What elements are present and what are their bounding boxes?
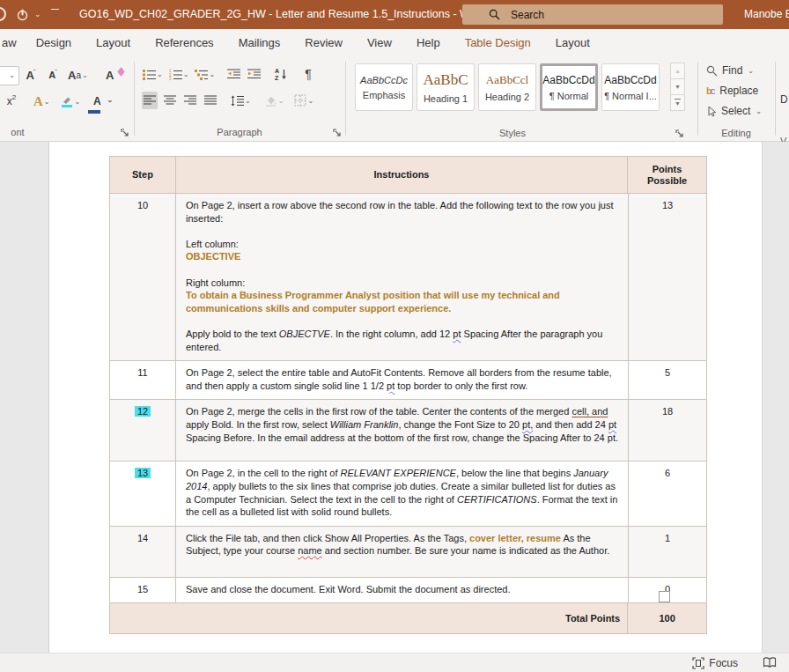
sort-button[interactable]: A Z	[273, 65, 289, 83]
superscript-button[interactable]: x2	[4, 92, 19, 110]
style-card--normal[interactable]: AaBbCcDd¶ Normal	[540, 63, 598, 111]
instruction-paragraph: To obtain a Business Programmer Analyst …	[186, 289, 618, 314]
quick-access-toolbar-customize-button[interactable]: ⌄	[49, 7, 60, 17]
focus-mode-button[interactable]: Focus	[692, 655, 738, 671]
instruction-paragraph: Click the File tab, and then click Show …	[186, 532, 618, 558]
bullets-button[interactable]: ⌄	[142, 65, 164, 83]
grow-font-button[interactable]: Aˆ	[23, 66, 39, 84]
gallery-scroll-down-button[interactable]: ▼	[670, 78, 685, 95]
ribbon-tab-table-design[interactable]: Table Design	[453, 29, 543, 56]
find-button[interactable]: Find⌄	[706, 64, 754, 77]
table-total-row: Total Points 100	[110, 603, 707, 634]
show-hide-formatting-button[interactable]: ¶	[300, 65, 316, 83]
multilevel-list-button[interactable]: ⌄	[194, 65, 216, 83]
gallery-more-button[interactable]: ▼	[670, 94, 685, 111]
touch-mode-button[interactable]	[12, 5, 32, 24]
numbered-list-icon: 1 2 3	[169, 69, 182, 80]
justify-button[interactable]	[203, 92, 218, 109]
borders-grid-icon	[294, 94, 306, 107]
styles-dialog-launcher[interactable]	[675, 129, 684, 138]
shading-button[interactable]: ⌄	[263, 92, 285, 109]
read-mode-button[interactable]	[763, 656, 777, 672]
style-label: Heading 2	[485, 92, 529, 102]
total-points-label: Total Points	[110, 603, 628, 634]
style-sample: AaBbCcDc	[360, 75, 408, 85]
clear-formatting-button[interactable]: A	[102, 66, 118, 84]
increase-indent-button[interactable]	[246, 65, 262, 83]
instructions-cell: On Page 2, in the cell to the right of R…	[176, 462, 629, 526]
step-number: 14	[137, 533, 148, 543]
ribbon-tab-help[interactable]: Help	[404, 29, 453, 56]
style-card-heading-1[interactable]: AaBbCHeading 1	[417, 63, 475, 111]
touch-mode-chevron-icon[interactable]: ⌄	[34, 10, 41, 18]
step-number: 15	[137, 584, 148, 594]
instruction-paragraph	[186, 225, 618, 238]
find-label: Find	[722, 64, 742, 77]
replace-button[interactable]: bc Replace	[706, 85, 758, 97]
styles-gallery-scroll: ▲ ▼ ▼	[670, 63, 685, 111]
decrease-indent-button[interactable]	[225, 65, 241, 83]
replace-icon: bc	[706, 85, 715, 97]
editing-group: Find⌄ bc Replace Select⌄ Editing	[697, 56, 775, 142]
line-spacing-button[interactable]: ⌄	[230, 92, 252, 109]
style-card--normal-i-[interactable]: AaBbCcDd¶ Normal I...	[601, 63, 660, 111]
change-case-button[interactable]: Aa⌄	[67, 66, 89, 84]
search-input[interactable]: Search	[462, 4, 723, 25]
step-cell: 15	[110, 578, 176, 604]
ribbon-tab-layout[interactable]: Layout	[84, 29, 143, 56]
style-sample: AaBbCcl	[486, 73, 528, 87]
line-spacing-icon	[231, 95, 244, 107]
instructions-cell: On Page 2, select the entire table and A…	[176, 361, 629, 400]
instruction-paragraph: On Page 2, select the entire table and A…	[186, 366, 618, 392]
grader-instructions-table: Step Instructions Points Possible 10On P…	[109, 156, 707, 634]
ribbon-tab-references[interactable]: References	[143, 29, 225, 56]
align-right-button[interactable]	[182, 92, 198, 109]
numbering-button[interactable]: 1 2 3 ⌄	[168, 65, 190, 83]
text-highlight-color-button[interactable]: ⌄	[59, 92, 82, 110]
instructions-cell: Save and close the document. Exit Word. …	[176, 578, 629, 604]
borders-button[interactable]: ⌄	[293, 92, 314, 109]
font-color-button[interactable]: A⌄	[89, 92, 105, 110]
bullet-list-icon	[143, 69, 156, 80]
instructions-cell: On Page 2, merge the cells in the first …	[176, 400, 629, 462]
points-cell: 6	[629, 462, 707, 526]
instruction-paragraph: Right column:	[186, 277, 618, 290]
chevron-down-icon: ⌄	[50, 10, 60, 17]
ribbon-tab-review[interactable]: Review	[292, 29, 355, 56]
status-bar: Focus	[0, 653, 789, 672]
search-icon	[489, 9, 500, 20]
font-size-combobox[interactable]: ⌄	[0, 66, 19, 85]
points-cell: 1	[629, 527, 707, 578]
document-page[interactable]: Step Instructions Points Possible 10On P…	[48, 142, 763, 653]
ribbon-tab-aw[interactable]: aw	[0, 29, 24, 56]
account-name[interactable]: Manobe Es	[744, 0, 789, 29]
style-card-heading-2[interactable]: AaBbCclHeading 2	[478, 63, 536, 111]
points-cell: 18	[629, 400, 707, 462]
gallery-scroll-up-button[interactable]: ▲	[670, 63, 685, 79]
styles-group: AaBbCcDcEmphasisAaBbCHeading 1AaBbCclHea…	[345, 56, 697, 142]
ribbon-tab-design[interactable]: Design	[24, 29, 84, 56]
align-left-button[interactable]	[142, 92, 158, 109]
instruction-paragraph: On Page 2, merge the cells in the first …	[186, 405, 618, 444]
align-right-icon	[184, 95, 196, 106]
align-center-button[interactable]	[162, 92, 178, 109]
focus-icon	[692, 657, 704, 669]
style-label: ¶ Normal I...	[604, 91, 657, 101]
ribbon-tab-view[interactable]: View	[355, 29, 404, 56]
paragraph-group-label: Paragraph	[134, 127, 345, 137]
ribbon-tab-layout[interactable]: Layout	[543, 29, 602, 56]
font-dialog-launcher[interactable]	[120, 128, 129, 137]
step-number: 13	[135, 468, 151, 478]
instruction-paragraph: OBJECTIVE	[186, 250, 618, 263]
text-effects-button[interactable]: A⌄	[33, 92, 51, 110]
dictate-button-partial[interactable]: D V	[778, 63, 789, 134]
step-cell: 11	[110, 361, 176, 400]
shrink-font-button[interactable]: Aˇ	[45, 66, 61, 84]
step-number: 12	[135, 406, 151, 417]
paragraph-dialog-launcher[interactable]	[332, 128, 342, 137]
ribbon-tab-mailings[interactable]: Mailings	[226, 29, 293, 56]
style-card-emphasis[interactable]: AaBbCcDcEmphasis	[355, 63, 413, 111]
step-cell: 12	[110, 400, 176, 462]
table-resize-handle[interactable]	[659, 591, 670, 602]
select-button[interactable]: Select⌄	[706, 105, 762, 117]
